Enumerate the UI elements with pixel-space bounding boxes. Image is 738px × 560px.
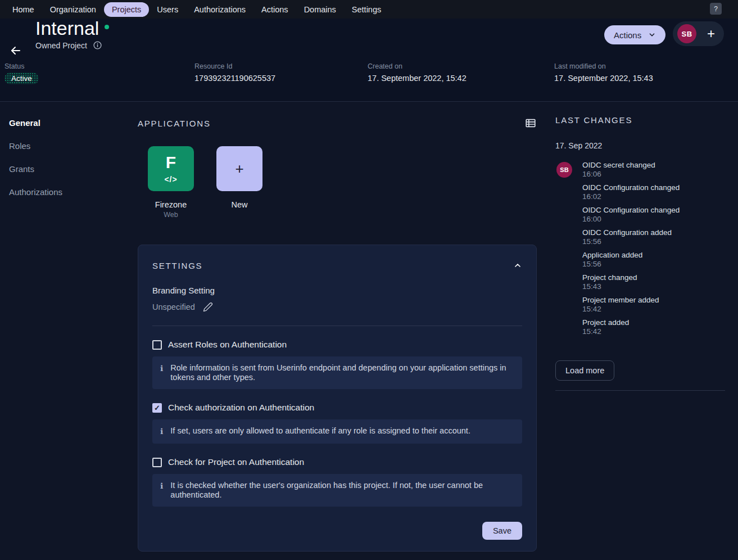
change-event: OIDC Configuration added 15:56	[582, 228, 725, 246]
settings-title: SETTINGS	[152, 261, 202, 270]
title-block: Internal Owned Project	[35, 16, 109, 50]
load-more-button[interactable]: Load more	[555, 360, 614, 381]
checkbox-label: Check authorization on Authentication	[168, 403, 314, 413]
nav-item[interactable]: Projects	[104, 2, 149, 17]
sidebar-item[interactable]: Roles	[4, 140, 134, 152]
meta-field: Resource Id 179392321190625537	[194, 62, 275, 83]
change-event: OIDC Configuration changed 16:00	[582, 206, 725, 224]
checkbox-row[interactable]: Assert Roles on Authentication	[152, 340, 522, 350]
change-event-time: 16:02	[582, 192, 725, 201]
change-event-label: OIDC Configuration changed	[582, 206, 725, 215]
meta-field-label: Last modified on	[554, 62, 653, 70]
meta-field-value: 179392321190625537	[194, 74, 275, 83]
changes-date: 17. Sep 2022	[555, 141, 725, 150]
table-view-icon	[524, 117, 537, 129]
nav-item[interactable]: Settings	[344, 2, 389, 17]
change-event-time: 15:43	[582, 282, 725, 291]
avatar[interactable]: SB	[677, 24, 696, 43]
info-text: If set, users are only allowed to authen…	[170, 426, 470, 437]
info-text: Role information is sent from Userinfo e…	[170, 363, 512, 382]
branding-setting-label: Branding Setting	[152, 286, 522, 295]
meta-status: Status Active	[4, 62, 39, 84]
sidebar-item[interactable]: Grants	[4, 163, 134, 175]
change-event-label: Project member added	[582, 296, 725, 305]
status-label: Status	[4, 62, 39, 70]
meta-field-label: Created on	[368, 62, 467, 70]
nav-item[interactable]: Domains	[296, 2, 344, 17]
back-arrow-icon	[9, 44, 24, 57]
back-button[interactable]	[9, 43, 24, 58]
nav-item[interactable]: Organization	[42, 2, 104, 17]
section-sidebar: General Roles Grants Authorizations	[4, 117, 134, 209]
info-icon	[160, 426, 163, 437]
info-box: Role information is sent from Userinfo e…	[152, 356, 522, 389]
account-switcher[interactable]: SB +	[673, 21, 724, 46]
change-event-time: 15:42	[582, 327, 725, 336]
info-text: It is checked whether the user's organiz…	[170, 481, 512, 500]
meta-field-label: Resource Id	[194, 62, 275, 70]
new-application-label: New	[231, 200, 247, 209]
sidebar-item[interactable]: Authorizations	[4, 186, 134, 198]
settings-card: SETTINGS Branding Setting Unspecified	[138, 245, 537, 552]
last-changes-panel: LAST CHANGES 17. Sep 2022 SB OIDC secret…	[555, 115, 725, 391]
change-event: OIDC secret changed 16:06	[582, 161, 725, 179]
nav-item[interactable]: Authorizations	[186, 2, 253, 17]
checkbox[interactable]	[152, 340, 162, 350]
change-event-time: 15:56	[582, 237, 725, 246]
new-application-tile[interactable]: +	[216, 146, 262, 191]
application-tile[interactable]: F </>	[148, 146, 194, 191]
nav-item[interactable]: Home	[4, 2, 42, 17]
divider	[152, 326, 522, 326]
applications-title: APPLICATIONS	[138, 119, 211, 128]
changes-timeline: SB OIDC secret changed 16:06 OIDC Config…	[555, 161, 725, 336]
checkbox-row[interactable]: Check for Project on Authentication	[152, 457, 522, 467]
change-event: Application added 15:56	[582, 251, 725, 269]
applications-table-view-button[interactable]	[524, 117, 537, 129]
change-event-label: Project changed	[582, 273, 725, 282]
main-content: APPLICATIONS F </> Firezone Web	[138, 115, 537, 219]
page-title: Internal	[35, 16, 99, 40]
application-card[interactable]: F </> Firezone Web	[148, 146, 194, 219]
change-event-time: 16:00	[582, 215, 725, 224]
meta-field: Created on 17. September 2022, 15:42	[368, 62, 467, 83]
new-application-card[interactable]: + New	[216, 146, 262, 219]
actions-dropdown-button[interactable]: Actions	[604, 25, 665, 44]
application-name: Firezone	[155, 200, 187, 209]
info-icon	[160, 363, 163, 382]
checkbox-row[interactable]: Check authorization on Authentication	[152, 403, 522, 413]
info-icon[interactable]	[93, 40, 102, 50]
checkbox[interactable]	[152, 403, 162, 413]
meta-field-value: 17. September 2022, 15:43	[554, 74, 653, 83]
active-status-dot-icon	[105, 25, 109, 29]
top-nav: Home Organization Projects Users Authori…	[0, 0, 738, 19]
project-type-label: Owned Project	[35, 41, 87, 50]
applications-grid: F </> Firezone Web + New	[138, 146, 537, 219]
nav-item[interactable]: Actions	[253, 2, 296, 17]
collapse-settings-button[interactable]	[513, 261, 522, 270]
avatar: SB	[556, 162, 572, 178]
settings-options: Assert Roles on Authentication Role info…	[152, 340, 522, 507]
checkbox-label: Check for Project on Authentication	[168, 457, 304, 467]
nav-item[interactable]: Users	[149, 2, 186, 17]
meta-field: Last modified on 17. September 2022, 15:…	[554, 62, 653, 83]
save-button[interactable]: Save	[482, 522, 522, 540]
info-icon	[160, 481, 163, 500]
checkbox-label: Assert Roles on Authentication	[168, 340, 287, 350]
code-icon: </>	[164, 175, 177, 184]
last-changes-title: LAST CHANGES	[555, 115, 632, 125]
help-button[interactable]: ?	[710, 3, 722, 15]
plus-icon: +	[235, 161, 243, 176]
change-event-label: Application added	[582, 251, 725, 260]
sidebar-item[interactable]: General	[4, 117, 134, 129]
change-event: Project member added 15:42	[582, 296, 725, 314]
pencil-icon	[203, 302, 213, 312]
checkbox[interactable]	[152, 458, 162, 467]
add-account-icon[interactable]: +	[707, 27, 715, 40]
chevron-down-icon	[648, 31, 656, 39]
change-event-time: 16:06	[582, 170, 725, 179]
change-event-time: 15:56	[582, 260, 725, 269]
nav-items: Home Organization Projects Users Authori…	[4, 2, 389, 17]
change-event: Project changed 15:43	[582, 273, 725, 291]
project-header: Internal Owned Project Actions SB + Stat…	[0, 19, 738, 102]
edit-branding-button[interactable]	[203, 302, 213, 312]
